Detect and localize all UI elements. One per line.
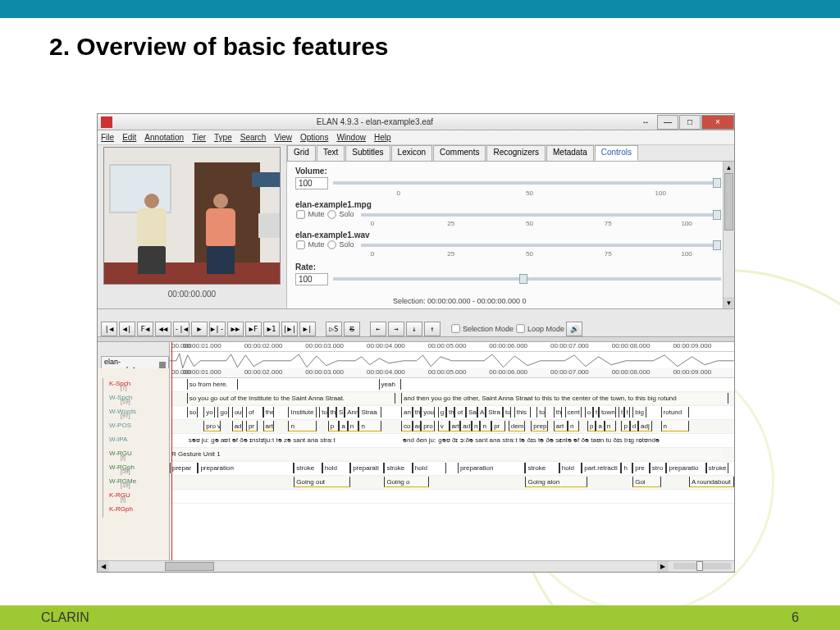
tier-row[interactable]: preparpreparationstrokeholdpreparatistro… [170, 462, 734, 476]
annotation[interactable]: preparation [198, 463, 294, 473]
menu-window[interactable]: Window [336, 133, 366, 142]
tab-recognizers[interactable]: Recognizers [486, 145, 546, 161]
annotation[interactable]: t [619, 407, 624, 418]
annotation[interactable]: hold [559, 463, 582, 473]
menu-help[interactable]: Help [374, 133, 391, 142]
tier-label[interactable]: K-RGU[t] [98, 490, 169, 504]
rate-slider[interactable] [333, 277, 721, 281]
annotation[interactable]: n [348, 421, 359, 431]
annotation[interactable]: n [358, 421, 381, 431]
prev-frame-button[interactable]: F◀ [137, 322, 153, 336]
scroll-left-icon[interactable]: ◀ [98, 561, 109, 572]
scroll-thumb[interactable] [165, 562, 214, 571]
sel-right-button[interactable]: → [388, 322, 404, 336]
annotation[interactable]: t [593, 407, 599, 418]
annotation[interactable]: n [605, 421, 616, 431]
next-end-button[interactable]: |▶| [281, 322, 298, 336]
annotation[interactable]: S [336, 407, 345, 418]
next-frame-button[interactable]: ▶F [245, 322, 262, 336]
annotation[interactable]: this [514, 407, 532, 418]
tier-label[interactable]: W-IPA [98, 434, 169, 448]
media2-mute-checkbox[interactable] [296, 240, 304, 249]
tier-label[interactable]: W-RGU[t] [98, 448, 169, 462]
scroll-right-icon[interactable]: ▶ [657, 561, 669, 572]
annotation[interactable]: hold [413, 463, 446, 473]
annotation[interactable]: stroke [525, 463, 559, 473]
maximize-button[interactable]: □ [679, 115, 701, 130]
tier-row[interactable]: səʊ juː gə aʊt əf ðə ɪnstɪtjuːt tə zə sa… [170, 434, 734, 448]
annotation[interactable]: big [632, 407, 646, 418]
annotation[interactable]: hold [322, 463, 350, 473]
tier-content-area[interactable]: 00.00000:00:01.00000:00:02.00000:00:03.0… [170, 368, 734, 560]
tier-label[interactable]: W-POS [98, 420, 169, 434]
annotation[interactable]: p [328, 421, 340, 431]
annotation[interactable]: a [596, 421, 604, 431]
tab-lexicon[interactable]: Lexicon [391, 145, 432, 161]
tier-row[interactable] [170, 490, 734, 504]
annotation[interactable]: cent [565, 407, 582, 418]
annotation[interactable]: pr [491, 421, 505, 431]
tab-metadata[interactable]: Metadata [546, 145, 594, 161]
play-selection-button[interactable]: ▷S [326, 322, 342, 336]
annotation[interactable]: stroke [384, 463, 412, 473]
annotation[interactable]: to [319, 407, 327, 418]
annotation[interactable]: you [421, 407, 435, 418]
scroll-up-icon[interactable]: ▲ [724, 162, 734, 173]
annotation[interactable]: prep [531, 421, 548, 431]
annotation[interactable]: pro [421, 421, 435, 431]
annotation[interactable]: n [288, 421, 316, 431]
rate-value[interactable]: 100 [295, 273, 328, 285]
annotation[interactable]: part.retracti [582, 463, 621, 473]
annotation[interactable]: Ann [345, 407, 358, 418]
annotation[interactable]: səʊ juː gə aʊt əf ðə ɪnstɪtjuːt tə zə sa… [187, 435, 385, 445]
go-to-begin-button[interactable]: |◀ [101, 322, 117, 336]
menu-annotation[interactable]: Annotation [144, 133, 184, 142]
go-to-end-button[interactable]: ▶| [299, 322, 316, 336]
annotation[interactable]: co [401, 421, 413, 431]
video-player[interactable] [103, 147, 281, 285]
next-scroll-button[interactable]: ▶1 [263, 322, 280, 336]
annotation[interactable]: th [413, 407, 421, 418]
annotation[interactable]: to [536, 407, 545, 418]
volume-value[interactable]: 100 [295, 177, 328, 189]
annotation[interactable]: ot [454, 407, 466, 418]
annotation[interactable]: g [438, 407, 446, 418]
minimize-button[interactable]: — [657, 115, 678, 130]
tier-label[interactable]: W-RGMe[19] [98, 476, 169, 490]
annotation[interactable]: Institute [288, 407, 316, 418]
annotation[interactable]: ənd ðen juː gəʊ ðɪ ɔːðə sant ana straːt … [401, 435, 711, 445]
tier-label[interactable]: K-Spch[7] [98, 378, 169, 392]
annotation[interactable]: R Gesture Unit 1 [170, 449, 723, 459]
annotation[interactable]: th [328, 407, 336, 418]
menu-file[interactable]: File [101, 133, 114, 142]
annotation[interactable]: dem [509, 421, 526, 431]
prev-scroll-button[interactable]: ◀| [119, 322, 135, 336]
annotation[interactable]: yo [203, 407, 215, 418]
annotation[interactable]: o [585, 407, 593, 418]
annotation[interactable]: n [480, 421, 491, 431]
annotation[interactable]: preparati [350, 463, 384, 473]
annotation[interactable]: v [438, 421, 450, 431]
annotation[interactable]: rotund [661, 407, 689, 418]
loop-mode-check[interactable]: Loop Mode [515, 323, 564, 334]
annotation[interactable]: preparation [458, 463, 526, 473]
annotation[interactable]: preparatio [666, 463, 705, 473]
annotation[interactable]: d [630, 421, 638, 431]
annotation[interactable]: Going alon [525, 477, 587, 487]
tier-h-scrollbar[interactable]: ◀ ▶ [98, 560, 734, 572]
sel-up-button[interactable]: ↑ [424, 322, 441, 336]
annotation[interactable]: th [554, 407, 562, 418]
annotation[interactable]: yeah [379, 379, 402, 390]
close-button[interactable]: × [701, 115, 734, 130]
sel-left-button[interactable]: ← [370, 322, 386, 336]
media2-slider[interactable] [361, 244, 721, 247]
play-button[interactable]: ▶ [191, 322, 208, 336]
menu-type[interactable]: Type [214, 133, 232, 142]
media1-mute-checkbox[interactable] [296, 210, 304, 218]
annotation[interactable]: p [621, 421, 629, 431]
annotation[interactable]: n [472, 421, 480, 431]
menu-view[interactable]: View [274, 133, 292, 142]
annotation[interactable]: prepar [170, 463, 198, 473]
tier-row[interactable]: so you go out of the Institute to the Sa… [170, 392, 734, 406]
tier-row[interactable]: so from here.yeah [170, 378, 734, 392]
